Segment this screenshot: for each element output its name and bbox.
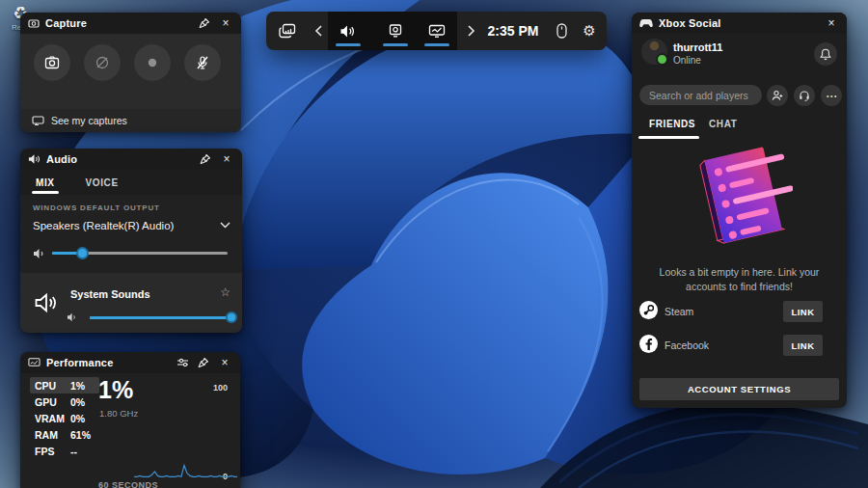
performance-stat-list: CPU 1% GPU 0% VRAM 0% RAM 61% FPS -- xyxy=(30,377,99,459)
performance-title: Performance xyxy=(46,357,113,368)
stat-row-vram[interactable]: VRAM 0% xyxy=(30,410,99,426)
stat-row-ram[interactable]: RAM 61% xyxy=(30,426,99,443)
audio-titlebar[interactable]: Audio × xyxy=(20,149,242,170)
gamepad-icon xyxy=(639,18,653,28)
tab-chat[interactable]: CHAT xyxy=(709,119,737,129)
capture-close-button[interactable]: × xyxy=(218,15,233,31)
more-options-button[interactable]: ••• xyxy=(821,85,842,106)
active-widget-toggles xyxy=(328,12,457,50)
start-recording-button[interactable] xyxy=(134,44,171,81)
stat-value: 0% xyxy=(70,413,85,424)
sliders-icon xyxy=(176,357,189,368)
system-sounds-slider[interactable] xyxy=(90,311,235,324)
notifications-button[interactable] xyxy=(814,42,837,66)
game-bar-toolbar: 2:35 PM ⚙ xyxy=(266,12,607,50)
gamertag: thurrott11 xyxy=(673,41,722,53)
screenshot-button[interactable] xyxy=(34,44,70,81)
xbox-social-widget: Xbox Social × thurrott11 Online xyxy=(632,13,847,408)
chevron-down-icon[interactable] xyxy=(220,222,231,229)
steam-logo xyxy=(639,301,658,319)
master-volume-speaker-icon xyxy=(33,248,46,259)
system-sounds-speaker-icon xyxy=(35,292,58,313)
account-settings-button[interactable]: ACCOUNT SETTINGS xyxy=(639,378,839,400)
performance-close-button[interactable]: × xyxy=(217,355,232,370)
stat-label: VRAM xyxy=(35,413,70,424)
master-volume-track[interactable] xyxy=(52,252,228,255)
tab-mix[interactable]: MIX xyxy=(34,172,57,194)
system-sounds-section: System Sounds ☆ xyxy=(20,273,242,333)
empty-friends-illustration xyxy=(687,142,793,250)
chevron-right-icon xyxy=(468,25,475,37)
graph-x-label: 60 SECONDS xyxy=(70,480,186,488)
performance-titlebar[interactable]: Performance × xyxy=(20,352,240,373)
clock: 2:35 PM xyxy=(483,12,543,50)
stat-label: CPU xyxy=(35,380,70,392)
record-last-30s-button[interactable] xyxy=(84,44,121,81)
xbox-social-title: Xbox Social xyxy=(659,17,721,29)
audio-tabs: MIX VOICE xyxy=(20,170,242,195)
stat-value: 61% xyxy=(70,429,91,441)
stat-value: -- xyxy=(70,446,77,457)
capture-widget: Capture × xyxy=(20,13,241,132)
record-dot-icon xyxy=(145,55,160,70)
audio-pin-button[interactable] xyxy=(198,151,213,167)
pin-icon xyxy=(200,153,211,165)
audio-widget: Audio × MIX VOICE WINDOWS DEFAULT OUTPUT… xyxy=(20,149,242,333)
output-section-label: WINDOWS DEFAULT OUTPUT xyxy=(33,203,160,212)
see-my-captures-button[interactable]: See my captures xyxy=(20,109,241,132)
link-steam-button[interactable]: LINK xyxy=(783,301,823,322)
avatar[interactable] xyxy=(641,39,667,65)
performance-toggle-icon xyxy=(428,23,446,39)
steam-icon xyxy=(642,304,655,316)
stat-row-gpu[interactable]: GPU 0% xyxy=(30,393,99,410)
search-players-input[interactable] xyxy=(639,85,762,105)
system-sounds-fill xyxy=(90,316,231,319)
add-friend-button[interactable] xyxy=(767,85,788,106)
capture-widget-icon xyxy=(28,17,40,29)
online-status: Online xyxy=(673,55,701,66)
system-volume-speaker-icon xyxy=(67,312,78,322)
audio-close-button[interactable]: × xyxy=(219,151,234,167)
party-chat-button[interactable] xyxy=(794,85,815,106)
facebook-logo xyxy=(639,335,658,353)
master-volume-fill xyxy=(52,252,82,255)
system-sounds-label: System Sounds xyxy=(70,288,150,300)
cpu-clock-speed: 1.80 GHz xyxy=(99,408,138,419)
favorite-star-icon[interactable]: ☆ xyxy=(220,285,231,299)
system-sounds-track[interactable] xyxy=(90,316,235,319)
stat-value: 1% xyxy=(70,380,85,392)
tab-voice[interactable]: VOICE xyxy=(84,172,121,194)
capture-pin-button[interactable] xyxy=(197,15,212,31)
stat-row-cpu[interactable]: CPU 1% xyxy=(30,377,99,393)
mic-toggle-button[interactable] xyxy=(184,44,221,81)
settings-button[interactable]: ⚙ xyxy=(570,12,609,50)
stat-label: FPS xyxy=(35,446,70,457)
performance-widget: Performance × CPU 1% xyxy=(20,352,240,488)
xbox-social-close-button[interactable]: × xyxy=(824,15,839,31)
link-facebook-button[interactable]: LINK xyxy=(783,335,823,356)
tab-friends[interactable]: FRIENDS xyxy=(649,119,695,129)
xbox-social-titlebar[interactable]: Xbox Social × xyxy=(632,13,847,34)
system-sounds-thumb[interactable] xyxy=(226,312,237,323)
widget-menu-icon xyxy=(278,22,297,40)
game-bar-overlay: ♻ Recy Capture × xyxy=(0,0,868,488)
master-volume-slider[interactable] xyxy=(52,246,228,259)
master-volume-thumb[interactable] xyxy=(76,247,89,259)
speaker-icon xyxy=(339,24,357,39)
audio-title: Audio xyxy=(46,153,77,165)
capture-body xyxy=(20,34,241,109)
person-add-icon xyxy=(772,90,783,101)
steam-label: Steam xyxy=(665,306,693,317)
stat-label: RAM xyxy=(35,429,70,441)
facebook-icon xyxy=(642,338,655,350)
see-my-captures-label: See my captures xyxy=(51,115,127,126)
headset-icon xyxy=(799,90,810,101)
stat-row-fps[interactable]: FPS -- xyxy=(30,443,99,459)
output-device-select[interactable]: Speakers (Realtek(R) Audio) xyxy=(33,220,209,231)
capture-titlebar[interactable]: Capture × xyxy=(20,13,241,34)
performance-pin-button[interactable] xyxy=(196,355,211,370)
pin-icon xyxy=(198,357,209,368)
gear-icon: ⚙ xyxy=(583,22,595,40)
chevron-left-icon xyxy=(314,25,322,37)
performance-options-button[interactable] xyxy=(175,355,190,370)
